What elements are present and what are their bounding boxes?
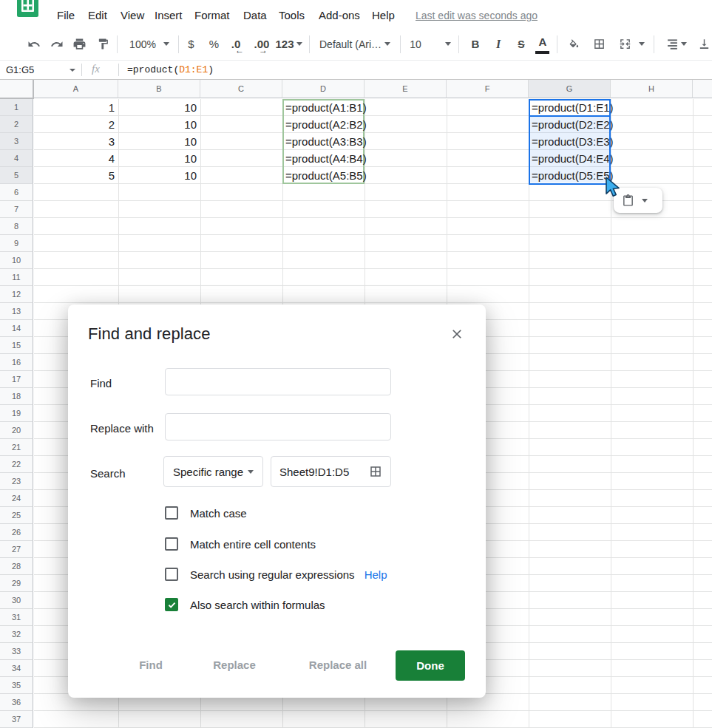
row-header-32[interactable]: 32 [0, 626, 33, 643]
find-input[interactable] [165, 368, 391, 395]
cell-D2[interactable]: =product(A2:B2) [285, 116, 367, 133]
row-header-3[interactable]: 3 [0, 133, 33, 150]
replace-all-button[interactable]: Replace all [309, 659, 367, 671]
row-header-35[interactable]: 35 [0, 677, 33, 694]
row-header-17[interactable]: 17 [0, 371, 33, 388]
cell-B5[interactable]: 10 [120, 167, 197, 184]
select-all-corner[interactable] [0, 80, 34, 99]
cell-A2[interactable]: 2 [35, 116, 115, 133]
cell-D5[interactable]: =product(A5:B5) [285, 167, 367, 184]
row-header-25[interactable]: 25 [0, 507, 33, 524]
fill-color-button[interactable] [566, 28, 583, 60]
column-header-C[interactable]: C [200, 80, 282, 98]
unchecked-checkbox[interactable] [165, 506, 178, 520]
row-header-19[interactable]: 19 [0, 405, 33, 422]
menu-data[interactable]: Data [243, 9, 267, 22]
row-header-8[interactable]: 8 [0, 218, 33, 235]
close-button[interactable] [450, 327, 464, 341]
zoom-control[interactable]: 100% [127, 28, 158, 60]
menu-file[interactable]: File [57, 9, 75, 22]
cell-B3[interactable]: 10 [120, 133, 197, 150]
search-scope-select[interactable]: Specific range [163, 456, 263, 487]
font-size-control[interactable]: 10 [408, 28, 423, 60]
row-header-28[interactable]: 28 [0, 558, 33, 575]
formula-input[interactable]: =product(D1:E1) [127, 64, 214, 75]
row-header-4[interactable]: 4 [0, 150, 33, 167]
chevron-down-icon[interactable] [642, 199, 648, 203]
column-header-H[interactable]: H [611, 80, 693, 98]
cell-A1[interactable]: 1 [35, 99, 115, 116]
row-header-16[interactable]: 16 [0, 354, 33, 371]
cell-B4[interactable]: 10 [120, 150, 197, 167]
row-header-9[interactable]: 9 [0, 235, 33, 252]
help-link[interactable]: Help [365, 568, 387, 581]
horizontal-align-dropdown[interactable] [679, 28, 688, 60]
format-currency-button[interactable]: $ [185, 28, 197, 60]
cell-A3[interactable]: 3 [35, 133, 115, 150]
replace-input[interactable] [165, 413, 391, 440]
unchecked-checkbox[interactable] [165, 568, 178, 581]
menu-insert[interactable]: Insert [155, 9, 183, 22]
menu-help[interactable]: Help [372, 9, 395, 22]
row-header-18[interactable]: 18 [0, 388, 33, 405]
row-header-33[interactable]: 33 [0, 643, 33, 660]
menu-view[interactable]: View [121, 9, 144, 22]
row-header-20[interactable]: 20 [0, 422, 33, 439]
row-header-12[interactable]: 12 [0, 286, 33, 303]
last-edit-status[interactable]: Last edit was seconds ago [416, 10, 538, 21]
menu-add-ons[interactable]: Add-ons [319, 9, 360, 22]
font-family-control[interactable]: Default (Ari… [319, 28, 379, 60]
borders-button[interactable] [591, 28, 607, 60]
row-header-23[interactable]: 23 [0, 473, 33, 490]
row-header-24[interactable]: 24 [0, 490, 33, 507]
menu-tools[interactable]: Tools [279, 9, 305, 22]
merge-cells-button[interactable] [617, 28, 633, 60]
row-header-7[interactable]: 7 [0, 201, 33, 218]
zoom-dropdown[interactable] [162, 28, 171, 60]
font-size-dropdown[interactable] [444, 28, 452, 60]
font-family-dropdown[interactable] [383, 28, 392, 60]
row-header-36[interactable]: 36 [0, 694, 33, 711]
menu-format[interactable]: Format [194, 9, 230, 22]
paint-format-button[interactable] [95, 28, 110, 60]
paste-special-button[interactable] [614, 188, 662, 213]
bold-button[interactable]: B [469, 28, 481, 60]
column-header-G[interactable]: G [529, 80, 611, 98]
row-header-14[interactable]: 14 [0, 320, 33, 337]
row-header-22[interactable]: 22 [0, 456, 33, 473]
checked-checkbox[interactable] [165, 598, 178, 611]
italic-button[interactable]: I [493, 28, 504, 60]
column-header-B[interactable]: B [118, 80, 200, 98]
name-box[interactable]: G1:G5 [6, 64, 34, 75]
cell-D4[interactable]: =product(A4:B4) [285, 150, 367, 167]
select-range-icon[interactable] [369, 465, 382, 478]
row-header-29[interactable]: 29 [0, 575, 33, 592]
cell-B2[interactable]: 10 [120, 116, 197, 133]
replace-button[interactable]: Replace [213, 659, 256, 671]
more-formats-dropdown[interactable] [295, 28, 304, 60]
menu-edit[interactable]: Edit [88, 9, 107, 22]
chevron-down-icon[interactable] [69, 69, 75, 72]
row-header-30[interactable]: 30 [0, 592, 33, 609]
row-header-34[interactable]: 34 [0, 660, 33, 677]
redo-button[interactable] [50, 28, 64, 60]
row-header-15[interactable]: 15 [0, 337, 33, 354]
print-button[interactable] [72, 28, 87, 60]
merge-cells-dropdown[interactable] [637, 28, 646, 60]
cell-A5[interactable]: 5 [35, 167, 115, 184]
strikethrough-button[interactable]: S [515, 28, 527, 60]
find-button[interactable]: Find [139, 659, 163, 671]
column-header-F[interactable]: F [447, 80, 529, 98]
cell-B1[interactable]: 10 [120, 99, 197, 116]
done-button[interactable]: Done [396, 650, 465, 681]
google-sheets-logo[interactable] [17, 0, 38, 17]
row-header-26[interactable]: 26 [0, 524, 33, 541]
row-header-31[interactable]: 31 [0, 609, 33, 626]
undo-button[interactable] [27, 28, 41, 60]
row-header-5[interactable]: 5 [0, 167, 33, 184]
horizontal-align-button[interactable] [665, 28, 679, 60]
row-header-1[interactable]: 1 [0, 99, 33, 116]
vertical-align-button[interactable] [696, 28, 711, 60]
column-header-partial[interactable] [693, 80, 712, 98]
cell-D3[interactable]: =product(A3:B3) [285, 133, 367, 150]
